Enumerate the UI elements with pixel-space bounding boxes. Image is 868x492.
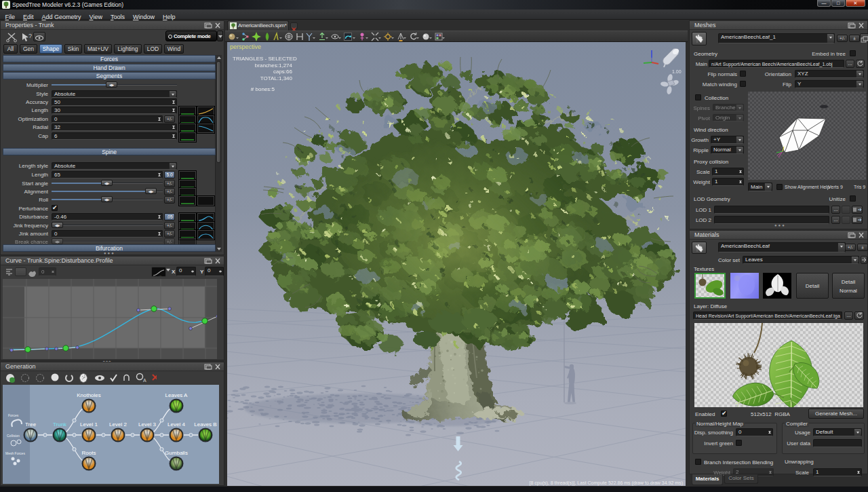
svg-text:Level 1: Level 1: [80, 421, 98, 428]
svg-text:?: ?: [28, 33, 32, 39]
svg-text:...: ...: [159, 273, 161, 277]
svg-text:Knotholes: Knotholes: [77, 392, 101, 398]
svg-text:Level 3: Level 3: [138, 421, 156, 428]
svg-text:Leaves B: Leaves B: [194, 421, 216, 428]
svg-text:Level 2: Level 2: [109, 421, 127, 428]
svg-text:Leaves A: Leaves A: [165, 392, 189, 398]
svg-text:Tree: Tree: [25, 421, 37, 428]
svg-text:Level 4: Level 4: [167, 421, 185, 428]
svg-text:Roots: Roots: [82, 450, 96, 456]
svg-text:Trunk: Trunk: [53, 421, 67, 428]
svg-text:Gumballs: Gumballs: [165, 450, 188, 456]
svg-text:A: A: [143, 378, 146, 383]
